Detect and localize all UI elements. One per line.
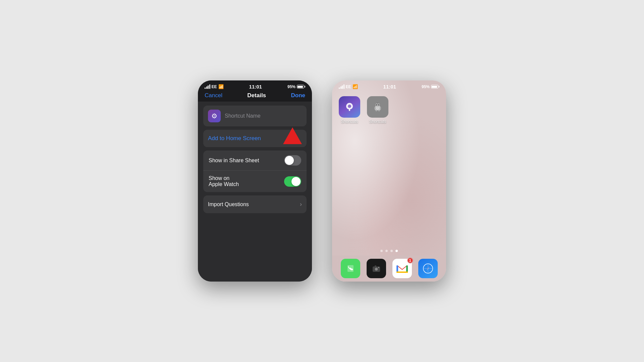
done-button[interactable]: Done (291, 92, 305, 99)
toggle-knob-2 (291, 177, 301, 186)
apple-watch-label: Show onApple Watch (209, 175, 239, 187)
dot-2 (385, 250, 388, 252)
shortcut-name-placeholder: Shortcut Name (225, 113, 261, 119)
time-label: 11:01 (249, 84, 262, 89)
svg-point-0 (348, 105, 351, 108)
status-left-right: EE 📶 (339, 84, 358, 89)
status-left: EE 📶 (205, 84, 224, 89)
carrier-label: EE (212, 84, 217, 89)
svg-rect-3 (380, 107, 381, 110)
battery-icon (297, 85, 305, 88)
spacer (332, 129, 446, 246)
apple-watch-row[interactable]: Show onApple Watch (203, 171, 307, 192)
nav-bar: Cancel Details Done (198, 91, 312, 102)
svg-rect-5 (378, 110, 380, 111)
camera-dock-icon[interactable] (367, 259, 386, 278)
status-bar-left: EE 📶 11:01 95% (198, 80, 312, 91)
cancel-button[interactable]: Cancel (205, 92, 222, 99)
battery-percent: 95% (287, 84, 296, 89)
svg-point-13 (375, 268, 377, 270)
camera-svg (371, 263, 381, 274)
gmail-badge: 1 (407, 257, 413, 263)
apple-watch-toggle[interactable] (284, 176, 301, 187)
svg-point-7 (376, 104, 377, 106)
dot-4 (395, 250, 398, 252)
wifi-icon: 📶 (218, 84, 224, 89)
shortcuts-icon-native (339, 96, 360, 118)
svg-rect-19 (396, 272, 408, 273)
shortcuts-app-2[interactable]: Shortcuts (367, 96, 388, 124)
phone-svg (345, 263, 356, 274)
shortcuts-label-2: Shortcuts (369, 119, 386, 124)
gmail-svg (396, 264, 408, 273)
wifi-icon-right: 📶 (353, 84, 358, 89)
safari-dock-icon[interactable] (418, 259, 438, 278)
toggle-knob (285, 156, 294, 165)
dot-3 (390, 250, 393, 252)
signal-icon-right (339, 84, 344, 89)
safari-svg (423, 263, 433, 274)
time-label-right: 11:01 (383, 84, 396, 89)
svg-rect-14 (375, 265, 376, 267)
svg-point-10 (377, 103, 378, 104)
red-arrow-indicator (283, 127, 302, 144)
left-phone: EE 📶 11:01 95% Cancel Details Done ⚙ Sho… (198, 80, 312, 282)
status-right-right: 95% (422, 84, 439, 89)
status-right: 95% (287, 84, 305, 89)
nav-title: Details (247, 92, 266, 99)
dock: 1 (332, 255, 446, 282)
phone-dock-icon[interactable] (341, 259, 360, 278)
carrier-label-right: EE (346, 84, 351, 89)
share-sheet-label: Show in Share Sheet (209, 158, 259, 164)
shortcut-name-row[interactable]: ⚙ Shortcut Name (203, 106, 307, 126)
shortcuts-icon: ⚙ (208, 110, 221, 122)
add-home-label: Add to Home Screen (208, 135, 261, 141)
battery-icon-right (431, 85, 439, 88)
app-icons-grid: Shortcuts (332, 91, 446, 129)
signal-icon (205, 84, 210, 89)
svg-rect-2 (374, 107, 376, 110)
toggles-section: Show in Share Sheet Show onApple Watch (203, 150, 307, 192)
shortcuts-icon-custom (367, 96, 388, 118)
robot-svg (371, 100, 384, 114)
share-sheet-toggle[interactable] (284, 155, 301, 166)
dot-1 (380, 250, 383, 252)
status-bar-right: EE 📶 11:01 95% (332, 80, 446, 91)
right-phone: EE 📶 11:01 95% (332, 80, 446, 282)
svg-rect-4 (376, 110, 377, 111)
svg-point-8 (378, 104, 379, 106)
shortcuts-svg (343, 100, 356, 114)
svg-point-15 (378, 267, 379, 268)
shortcuts-label-1: Shortcuts (341, 119, 358, 124)
import-questions-row[interactable]: Import Questions › (203, 195, 307, 213)
chevron-right-icon: › (300, 201, 302, 208)
battery-percent-right: 95% (422, 84, 430, 89)
import-questions-label: Import Questions (208, 201, 249, 207)
shortcuts-app-1[interactable]: Shortcuts (339, 96, 360, 124)
share-sheet-row[interactable]: Show in Share Sheet (203, 150, 307, 171)
page-dots (332, 246, 446, 255)
gmail-dock-icon[interactable]: 1 (392, 259, 412, 278)
homescreen: EE 📶 11:01 95% (332, 80, 446, 282)
